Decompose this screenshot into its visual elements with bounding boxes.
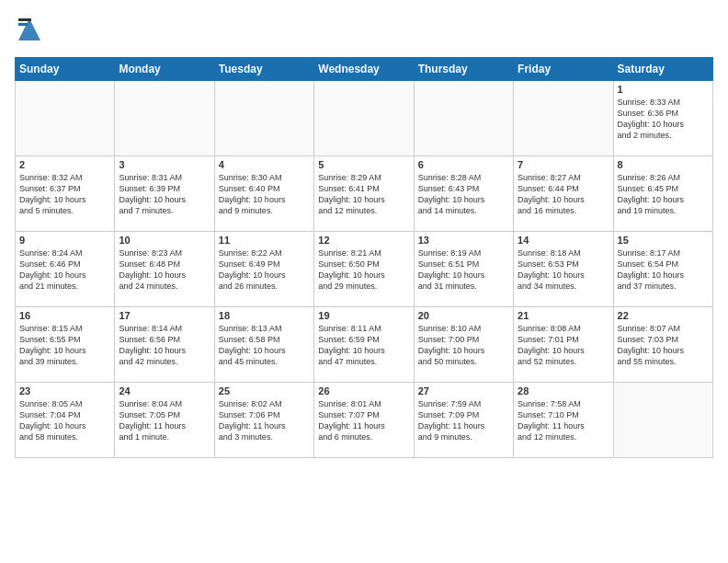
day-info: Sunrise: 8:05 AM Sunset: 7:04 PM Dayligh… xyxy=(19,398,110,443)
week-row-4: 16Sunrise: 8:15 AM Sunset: 6:55 PM Dayli… xyxy=(16,307,713,383)
logo xyxy=(15,15,50,48)
page: SundayMondayTuesdayWednesdayThursdayFrid… xyxy=(0,0,728,563)
calendar-cell: 4Sunrise: 8:30 AM Sunset: 6:40 PM Daylig… xyxy=(214,156,313,232)
day-info: Sunrise: 8:04 AM Sunset: 7:05 PM Dayligh… xyxy=(119,398,210,443)
calendar-cell xyxy=(314,81,414,156)
day-info: Sunrise: 8:10 AM Sunset: 7:00 PM Dayligh… xyxy=(418,323,509,368)
calendar-cell: 7Sunrise: 8:27 AM Sunset: 6:44 PM Daylig… xyxy=(514,156,613,232)
calendar-cell xyxy=(613,383,712,458)
day-number: 3 xyxy=(119,159,210,170)
svg-rect-2 xyxy=(18,23,28,26)
calendar-table: SundayMondayTuesdayWednesdayThursdayFrid… xyxy=(15,57,713,458)
day-info: Sunrise: 8:08 AM Sunset: 7:01 PM Dayligh… xyxy=(518,323,609,368)
day-number: 22 xyxy=(618,310,709,321)
day-number: 26 xyxy=(318,385,409,396)
day-number: 28 xyxy=(518,385,609,396)
day-number: 18 xyxy=(219,310,310,321)
calendar-cell: 24Sunrise: 8:04 AM Sunset: 7:05 PM Dayli… xyxy=(115,383,214,458)
day-info: Sunrise: 7:58 AM Sunset: 7:10 PM Dayligh… xyxy=(518,398,609,443)
week-row-2: 2Sunrise: 8:32 AM Sunset: 6:37 PM Daylig… xyxy=(16,156,713,232)
day-number: 8 xyxy=(618,159,709,170)
day-number: 2 xyxy=(19,159,110,170)
weekday-monday: Monday xyxy=(115,58,214,81)
day-number: 21 xyxy=(518,310,609,321)
calendar-cell: 6Sunrise: 8:28 AM Sunset: 6:43 PM Daylig… xyxy=(414,156,513,232)
day-number: 27 xyxy=(418,385,509,396)
calendar-cell: 3Sunrise: 8:31 AM Sunset: 6:39 PM Daylig… xyxy=(115,156,214,232)
day-info: Sunrise: 8:19 AM Sunset: 6:51 PM Dayligh… xyxy=(418,247,509,293)
week-row-1: 1Sunrise: 8:33 AM Sunset: 6:36 PM Daylig… xyxy=(16,81,713,156)
day-info: Sunrise: 8:32 AM Sunset: 6:37 PM Dayligh… xyxy=(19,172,110,217)
calendar-cell: 8Sunrise: 8:26 AM Sunset: 6:45 PM Daylig… xyxy=(613,156,712,232)
weekday-friday: Friday xyxy=(514,58,613,81)
day-info: Sunrise: 8:27 AM Sunset: 6:44 PM Dayligh… xyxy=(518,172,609,217)
calendar-cell: 27Sunrise: 7:59 AM Sunset: 7:09 PM Dayli… xyxy=(414,383,513,458)
calendar-cell: 18Sunrise: 8:13 AM Sunset: 6:58 PM Dayli… xyxy=(214,307,313,383)
calendar-cell xyxy=(414,81,513,156)
day-number: 11 xyxy=(219,235,310,246)
day-number: 17 xyxy=(119,310,210,321)
day-number: 14 xyxy=(518,235,609,246)
week-row-3: 9Sunrise: 8:24 AM Sunset: 6:46 PM Daylig… xyxy=(16,232,713,307)
calendar-cell: 25Sunrise: 8:02 AM Sunset: 7:06 PM Dayli… xyxy=(214,383,313,458)
day-info: Sunrise: 8:30 AM Sunset: 6:40 PM Dayligh… xyxy=(219,172,310,217)
day-info: Sunrise: 8:29 AM Sunset: 6:41 PM Dayligh… xyxy=(318,172,409,217)
calendar-cell: 22Sunrise: 8:07 AM Sunset: 7:03 PM Dayli… xyxy=(613,307,712,383)
svg-marker-0 xyxy=(18,18,40,40)
calendar-cell: 23Sunrise: 8:05 AM Sunset: 7:04 PM Dayli… xyxy=(16,383,115,458)
day-info: Sunrise: 8:23 AM Sunset: 6:48 PM Dayligh… xyxy=(119,247,210,293)
calendar-cell: 9Sunrise: 8:24 AM Sunset: 6:46 PM Daylig… xyxy=(16,232,115,307)
day-number: 12 xyxy=(318,235,409,246)
day-number: 9 xyxy=(19,235,110,246)
calendar-cell xyxy=(514,81,613,156)
calendar-cell: 19Sunrise: 8:11 AM Sunset: 6:59 PM Dayli… xyxy=(314,307,414,383)
day-info: Sunrise: 8:31 AM Sunset: 6:39 PM Dayligh… xyxy=(119,172,210,217)
calendar-cell: 14Sunrise: 8:18 AM Sunset: 6:53 PM Dayli… xyxy=(514,232,613,307)
day-info: Sunrise: 7:59 AM Sunset: 7:09 PM Dayligh… xyxy=(418,398,509,443)
calendar-cell: 17Sunrise: 8:14 AM Sunset: 6:56 PM Dayli… xyxy=(115,307,214,383)
day-number: 13 xyxy=(418,235,509,246)
calendar-cell: 5Sunrise: 8:29 AM Sunset: 6:41 PM Daylig… xyxy=(314,156,414,232)
day-number: 6 xyxy=(418,159,509,170)
weekday-sunday: Sunday xyxy=(16,58,115,81)
day-info: Sunrise: 8:02 AM Sunset: 7:06 PM Dayligh… xyxy=(219,398,310,443)
day-info: Sunrise: 8:26 AM Sunset: 6:45 PM Dayligh… xyxy=(618,172,709,217)
weekday-saturday: Saturday xyxy=(613,58,712,81)
weekday-tuesday: Tuesday xyxy=(214,58,313,81)
day-number: 1 xyxy=(618,84,709,95)
day-number: 23 xyxy=(19,385,110,396)
calendar-cell: 13Sunrise: 8:19 AM Sunset: 6:51 PM Dayli… xyxy=(414,232,513,307)
calendar-cell: 26Sunrise: 8:01 AM Sunset: 7:07 PM Dayli… xyxy=(314,383,414,458)
week-row-5: 23Sunrise: 8:05 AM Sunset: 7:04 PM Dayli… xyxy=(16,383,713,458)
day-number: 5 xyxy=(318,159,409,170)
calendar-cell: 21Sunrise: 8:08 AM Sunset: 7:01 PM Dayli… xyxy=(514,307,613,383)
calendar-cell: 15Sunrise: 8:17 AM Sunset: 6:54 PM Dayli… xyxy=(613,232,712,307)
day-number: 19 xyxy=(318,310,409,321)
svg-rect-1 xyxy=(18,18,31,21)
day-info: Sunrise: 8:28 AM Sunset: 6:43 PM Dayligh… xyxy=(418,172,509,217)
day-info: Sunrise: 8:21 AM Sunset: 6:50 PM Dayligh… xyxy=(318,247,409,293)
weekday-wednesday: Wednesday xyxy=(314,58,414,81)
calendar-cell: 12Sunrise: 8:21 AM Sunset: 6:50 PM Dayli… xyxy=(314,232,414,307)
day-number: 4 xyxy=(219,159,310,170)
day-info: Sunrise: 8:22 AM Sunset: 6:49 PM Dayligh… xyxy=(219,247,310,293)
calendar-cell: 20Sunrise: 8:10 AM Sunset: 7:00 PM Dayli… xyxy=(414,307,513,383)
calendar-cell xyxy=(214,81,313,156)
calendar-cell xyxy=(16,81,115,156)
calendar-cell: 28Sunrise: 7:58 AM Sunset: 7:10 PM Dayli… xyxy=(514,383,613,458)
day-info: Sunrise: 8:07 AM Sunset: 7:03 PM Dayligh… xyxy=(618,323,709,368)
day-number: 24 xyxy=(119,385,210,396)
day-number: 16 xyxy=(19,310,110,321)
day-number: 25 xyxy=(219,385,310,396)
day-number: 15 xyxy=(618,235,709,246)
day-info: Sunrise: 8:01 AM Sunset: 7:07 PM Dayligh… xyxy=(318,398,409,443)
day-info: Sunrise: 8:13 AM Sunset: 6:58 PM Dayligh… xyxy=(219,323,310,368)
day-info: Sunrise: 8:24 AM Sunset: 6:46 PM Dayligh… xyxy=(19,247,110,293)
day-info: Sunrise: 8:33 AM Sunset: 6:36 PM Dayligh… xyxy=(618,97,709,142)
day-info: Sunrise: 8:11 AM Sunset: 6:59 PM Dayligh… xyxy=(318,323,409,368)
logo-icon xyxy=(15,15,44,48)
day-number: 20 xyxy=(418,310,509,321)
calendar-cell xyxy=(115,81,214,156)
calendar-cell: 16Sunrise: 8:15 AM Sunset: 6:55 PM Dayli… xyxy=(16,307,115,383)
day-number: 10 xyxy=(119,235,210,246)
